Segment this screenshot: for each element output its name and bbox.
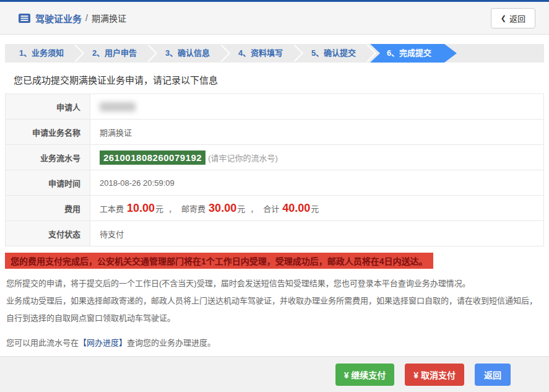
success-message: 您已成功提交期满换证业务申请，请记录以下信息 bbox=[14, 73, 543, 86]
row-label: 业务流水号 bbox=[6, 145, 90, 170]
table-row-business-name: 申请业务名称 期满换证 bbox=[6, 120, 544, 145]
table-row-serial-number: 业务流水号 261001808260079192(请牢记你的流水号) bbox=[6, 145, 544, 170]
yen-icon: ¥ bbox=[413, 370, 418, 380]
serial-number-note: (请牢记你的流水号) bbox=[208, 154, 278, 163]
apply-time-value: 2018-08-26 20:59:09 bbox=[90, 170, 544, 196]
footer-action-bar: ¥ 继续支付 ¥ 取消支付 返回 bbox=[0, 356, 549, 392]
fee-value: 工本费10.00元，邮寄费30.00元，合计40.00元 bbox=[90, 196, 544, 221]
row-label: 申请人 bbox=[6, 94, 90, 120]
continue-payment-button[interactable]: ¥ 继续支付 bbox=[335, 364, 395, 386]
step-5-confirm-submit: 5、确认提交 bbox=[297, 44, 370, 63]
breadcrumb-separator: / bbox=[85, 13, 88, 23]
fee-item-label: 合计 bbox=[263, 204, 279, 214]
chevron-left-icon: ❮ bbox=[501, 14, 506, 22]
back-button-top[interactable]: ❮ 返回 bbox=[491, 8, 535, 28]
instruction-paragraph: 您所提交的申请，将于提交后的一个工作日(不含当天)受理，届时会发送短信告知受理结… bbox=[6, 275, 542, 292]
return-button[interactable]: 返回 bbox=[475, 364, 511, 386]
page-header: 驾驶证业务 / 期满换证 ❮ 返回 bbox=[0, 2, 549, 35]
breadcrumb-page: 期满换证 bbox=[92, 12, 126, 24]
fee-item-unit: 元 bbox=[237, 204, 245, 214]
application-info-table: 申请人 申请业务名称 期满换证 业务流水号 261001808260079192… bbox=[5, 94, 544, 246]
fee-item-unit: 元 bbox=[311, 204, 319, 214]
serial-number-badge: 261001808260079192 bbox=[100, 150, 205, 165]
row-label: 费用 bbox=[6, 196, 90, 221]
progress-note-highlight: 【网办进度】 bbox=[79, 338, 127, 347]
payment-warning-banner: 您的费用支付完成后，公安机关交通管理部门将在1个工作日内受理，受理成功后，邮政人… bbox=[5, 253, 433, 269]
step-3-confirm-info: 3、确认信息 bbox=[151, 44, 224, 63]
wizard-stepper: 1、业务须知 2、用户申告 3、确认信息 4、资料填写 5、确认提交 6、完成提… bbox=[5, 44, 544, 63]
yen-icon: ¥ bbox=[344, 370, 349, 380]
payment-status-value: 待支付 bbox=[90, 221, 544, 246]
cancel-payment-label: 取消支付 bbox=[421, 370, 456, 380]
fee-item-amount: 10.00 bbox=[127, 202, 155, 214]
instruction-paragraph: 业务成功受理后，如果选择邮政寄递的，邮政人员将上门送达机动车驾驶证，并收取办理业… bbox=[6, 292, 542, 327]
breadcrumb-section: 驾驶证业务 bbox=[35, 12, 82, 25]
redacted-applicant-name bbox=[100, 102, 136, 111]
table-row-payment-status: 支付状态 待支付 bbox=[6, 221, 544, 246]
main-content: 您已成功提交期满换证业务申请，请记录以下信息 申请人 申请业务名称 期满换证 业… bbox=[0, 63, 549, 356]
back-button-label: 返回 bbox=[509, 12, 525, 24]
step-6-submission-complete: 6、完成提交 bbox=[370, 44, 457, 63]
document-list-icon bbox=[19, 14, 30, 23]
fee-item-label: 工本费 bbox=[100, 204, 124, 214]
table-row-applicant: 申请人 bbox=[6, 94, 544, 120]
return-button-label: 返回 bbox=[484, 370, 501, 380]
instruction-paragraphs: 您所提交的申请，将于提交后的一个工作日(不含当天)受理，届时会发送短信告知受理结… bbox=[6, 275, 542, 327]
fee-item-unit: 元 bbox=[155, 204, 163, 214]
fee-separator: ， bbox=[168, 204, 176, 214]
step-1-business-notice: 1、业务须知 bbox=[5, 44, 78, 63]
step-2-user-declaration: 2、用户申告 bbox=[78, 44, 151, 63]
fee-item-amount: 40.00 bbox=[282, 202, 310, 214]
cancel-payment-button[interactable]: ¥ 取消支付 bbox=[405, 364, 464, 386]
progress-note: 您可以用此流水号在【网办进度】查询您的业务办理进度。 bbox=[6, 336, 543, 348]
business-name-value: 期满换证 bbox=[90, 120, 544, 145]
fee-item-amount: 30.00 bbox=[209, 202, 236, 214]
row-label: 支付状态 bbox=[6, 221, 90, 246]
page: 驾驶证业务 / 期满换证 ❮ 返回 1、业务须知 2、用户申告 3、确认信息 4… bbox=[0, 0, 549, 392]
table-row-apply-time: 申请时间 2018-08-26 20:59:09 bbox=[6, 170, 544, 196]
continue-payment-label: 继续支付 bbox=[351, 370, 386, 380]
progress-note-suffix: 查询您的业务办理进度。 bbox=[127, 338, 215, 347]
row-label: 申请时间 bbox=[6, 170, 90, 196]
fee-item-label: 邮寄费 bbox=[181, 204, 205, 214]
table-row-fee: 费用 工本费10.00元，邮寄费30.00元，合计40.00元 bbox=[6, 196, 544, 221]
row-label: 申请业务名称 bbox=[6, 120, 90, 145]
progress-note-prefix: 您可以用此流水号在 bbox=[6, 338, 79, 347]
fee-separator: ， bbox=[250, 204, 258, 214]
step-4-fill-materials: 4、资料填写 bbox=[224, 44, 297, 63]
